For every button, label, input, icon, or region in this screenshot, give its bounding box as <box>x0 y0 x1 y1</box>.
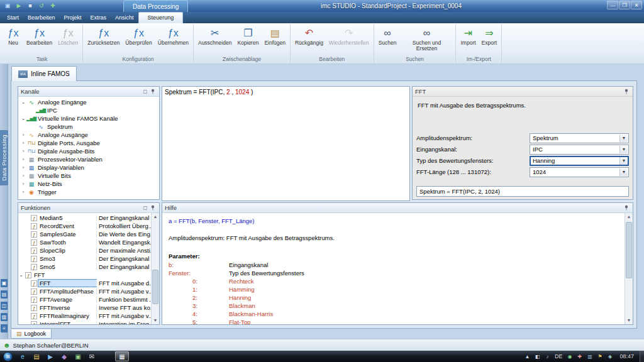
function-list-item[interactable]: ƒ RecordEvent Protokolliert Überg... <box>18 222 151 230</box>
tray-icon[interactable]: ⚑ <box>596 354 604 359</box>
dock-window-icon[interactable]: ◻ <box>142 204 149 212</box>
tray-icon[interactable]: ◈ <box>606 354 614 359</box>
ribbon-button[interactable]: ƒx Löschen <box>55 24 80 55</box>
scrollbar-vertical[interactable]: ▲ ▼ <box>625 213 633 324</box>
scroll-up-arrow[interactable]: ▲ <box>625 213 633 221</box>
function-list-item[interactable]: ƒ SamplesGate Die Werte des Eing... <box>18 230 151 238</box>
function-list-item[interactable]: ƒ FFTInverse Inverse FFT aus ko... <box>18 304 151 312</box>
sidebar-tool-icon[interactable]: ▣ <box>1 279 8 287</box>
ribbon-button[interactable]: ∞ Suchen <box>376 24 399 55</box>
ribbon-button[interactable]: ƒx Übernehmen <box>155 24 191 55</box>
quick-access-icon[interactable]: ↺ <box>37 2 46 10</box>
expander-icon[interactable]: ⌄ <box>20 116 26 121</box>
scrollbar-vertical[interactable]: ▲ ▼ <box>151 213 159 324</box>
start-button[interactable]: ⊞ <box>3 352 13 361</box>
chevron-down-icon[interactable]: ▼ <box>619 168 628 176</box>
ribbon-tab[interactable]: Ansicht <box>111 13 138 23</box>
close-button[interactable]: ✕ <box>631 1 642 9</box>
taskbar-clock[interactable]: 08:47 <box>616 353 638 359</box>
tree-item[interactable]: ⌄ ∿ Analoge Eingänge <box>18 98 159 106</box>
function-list-item[interactable]: ƒ FFTRealImaginary FFT mit Ausgabe v... <box>18 312 151 320</box>
scroll-down-arrow[interactable]: ▼ <box>625 317 633 324</box>
tray-icon[interactable]: ◉ <box>565 354 574 359</box>
expander-icon[interactable]: › <box>20 181 26 187</box>
sidebar-tool-icon[interactable]: ▥ <box>1 313 8 321</box>
pin-icon[interactable] <box>149 88 157 96</box>
function-list-item[interactable]: ƒ IntegralFFT Integration im Freq... <box>18 320 151 324</box>
ribbon-button[interactable]: ⇥ Import <box>458 24 478 55</box>
pin-icon[interactable] <box>623 204 630 212</box>
pin-icon[interactable] <box>623 88 630 96</box>
taskbar-app-icon[interactable]: ▣ <box>71 351 85 361</box>
ribbon-tab[interactable]: Extras <box>86 13 111 23</box>
ribbon-button[interactable]: ƒx Überprüfen <box>123 24 155 55</box>
expander-icon[interactable]: › <box>20 140 26 146</box>
tree-item[interactable]: › ⊓⊔ Digitale Ports, Ausgabe <box>18 139 159 147</box>
ribbon-button[interactable]: ❐ Kopieren <box>235 24 261 55</box>
tree-item[interactable]: › ▦ Prozessvektor-Variablen <box>18 155 159 163</box>
tree-item[interactable]: › ▦ Netz-Bits <box>18 180 159 188</box>
expander-icon[interactable]: › <box>20 132 26 138</box>
tab-logbook[interactable]: ▤ Logbook <box>11 329 52 339</box>
tray-icon[interactable]: ✚ <box>575 354 584 359</box>
tree-item[interactable]: ∿ Spektrum <box>18 123 159 131</box>
ribbon-button[interactable]: ƒx Neu <box>3 24 23 55</box>
parameter-combobox[interactable]: Spektrum ▼ <box>530 133 629 143</box>
function-list-item[interactable]: ƒ Smo3 Der Eingangskanal ... <box>18 255 151 263</box>
ribbon-button[interactable]: ↷ Wiederherstellen <box>326 24 372 55</box>
quick-access-icon[interactable]: ✚ <box>48 2 57 10</box>
tray-icon[interactable]: ♪ <box>543 354 552 359</box>
function-list-item[interactable]: ƒ FFT FFT mit Ausgabe d... <box>18 279 151 287</box>
show-desktop-button[interactable] <box>640 351 644 362</box>
taskbar-app-icon[interactable]: ▤ <box>30 351 43 361</box>
tree-item[interactable]: › ◉ Trigger <box>18 188 159 196</box>
tab-steuerung-active[interactable]: Steuerung <box>138 12 184 23</box>
parameter-combobox[interactable]: IPC ▼ <box>530 145 629 155</box>
expander-icon[interactable]: › <box>20 148 26 154</box>
scroll-thumb[interactable] <box>626 222 632 278</box>
tree-item[interactable]: › ⊓⊔ Digitale Ausgabe-Bits <box>18 147 159 155</box>
taskbar-app-icon[interactable]: ✉ <box>85 351 99 361</box>
function-list-item[interactable]: ƒ FFTAmplitudePhase FFT mit Ausgabe v... <box>18 287 151 295</box>
chevron-down-icon[interactable]: ▼ <box>619 146 628 153</box>
ribbon-tab[interactable]: Projekt <box>60 13 86 23</box>
expander-icon[interactable]: ⌄ <box>20 99 26 105</box>
function-list-item[interactable]: ƒ Median5 Der Eingangskanal ... <box>18 214 151 222</box>
parameter-combobox[interactable]: 1024 ▼ <box>530 167 629 177</box>
expander-icon[interactable]: › <box>20 173 26 178</box>
tree-item[interactable]: › ∿ Analoge Ausgänge <box>18 131 159 139</box>
tab-data-processing[interactable]: Data Processing <box>123 0 188 12</box>
tray-icon[interactable]: ◧ <box>533 354 541 359</box>
ribbon-button[interactable]: ↶ Rückgängig <box>292 24 326 55</box>
sidebar-tool-icon[interactable]: ◫ <box>1 302 8 310</box>
ribbon-button[interactable]: ∞ Suchen und Ersetzen <box>399 24 453 55</box>
sidebar-tool-icon[interactable]: ≡ <box>1 324 8 332</box>
expander-icon[interactable]: › <box>20 165 26 170</box>
ribbon-tab[interactable]: Start <box>3 13 23 23</box>
scroll-thumb[interactable] <box>152 270 158 304</box>
pin-icon[interactable] <box>149 204 157 212</box>
ribbon-button[interactable]: ▤ Einfügen <box>262 24 288 55</box>
tray-icon[interactable]: ▲ <box>523 354 531 359</box>
language-indicator[interactable]: DE <box>553 353 564 359</box>
function-list-item[interactable]: ⌄ ƒ FFT <box>18 271 151 279</box>
taskbar-app-icon[interactable]: ◆ <box>57 351 71 361</box>
maximize-button[interactable]: ❐ <box>619 1 630 9</box>
chevron-down-icon[interactable]: ▼ <box>619 134 628 142</box>
ribbon-button[interactable]: ƒx Zurücksetzen <box>85 24 122 55</box>
dock-window-icon[interactable]: ◻ <box>142 88 149 96</box>
quick-access-icon[interactable]: ▶ <box>14 2 23 10</box>
quick-access-icon[interactable]: ▣ <box>3 2 12 10</box>
parameter-combobox[interactable]: Hanning ▼ <box>530 156 629 166</box>
ribbon-tab[interactable]: Bearbeiten <box>23 13 60 23</box>
tray-icon[interactable]: ▥ <box>586 354 594 359</box>
taskbar-app-icon[interactable]: e <box>16 351 30 361</box>
function-list-item[interactable]: ƒ SawTooth Wandelt Eingangsk... <box>18 238 151 246</box>
expander-icon[interactable]: ⌄ <box>18 272 24 278</box>
taskbar-app-icon[interactable]: ▶ <box>43 351 57 361</box>
tree-item[interactable]: ▂▅▇ IPC <box>18 106 159 114</box>
scroll-up-arrow[interactable]: ▲ <box>152 213 159 221</box>
function-list-item[interactable]: ƒ Smo5 Der Eingangskanal ... <box>18 263 151 271</box>
quick-access-icon[interactable]: ■ <box>26 2 35 10</box>
tree-item[interactable]: › ▦ Display-Variablen <box>18 163 159 172</box>
